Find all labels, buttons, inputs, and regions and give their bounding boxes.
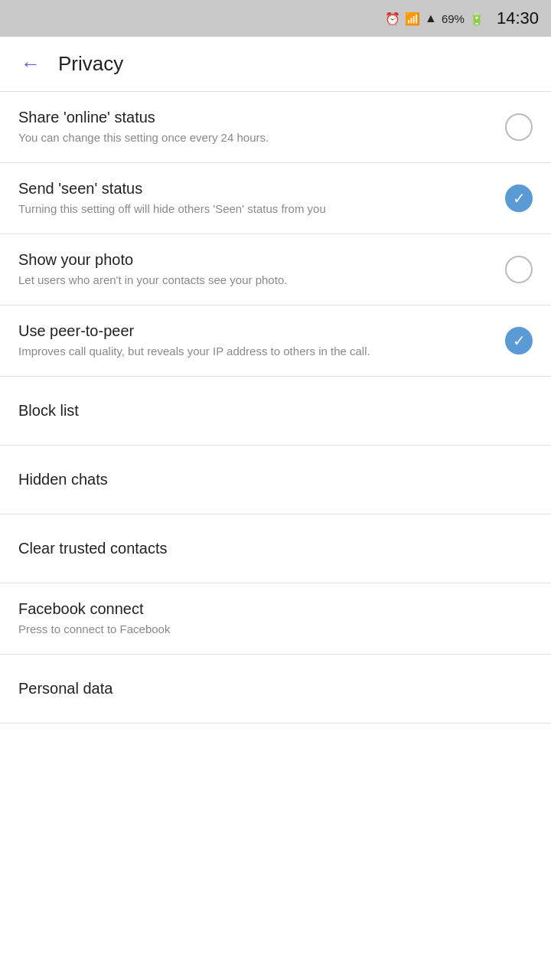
setting-send-seen-status[interactable]: Send 'seen' status Turning this setting … (0, 163, 551, 234)
setting-show-photo-desc: Let users who aren't in your contacts se… (18, 272, 493, 288)
checkmark-icon-2: ✓ (513, 333, 526, 348)
checkmark-icon: ✓ (513, 191, 526, 206)
setting-hidden-chats[interactable]: Hidden chats (0, 446, 551, 514)
toggle-share-online-status[interactable] (505, 113, 533, 141)
setting-send-seen-status-title: Send 'seen' status (18, 180, 493, 198)
setting-share-online-status-content: Share 'online' status You can change thi… (18, 109, 493, 145)
setting-facebook-connect-desc: Press to connect to Facebook (18, 621, 533, 637)
battery-level: 69% (442, 12, 465, 25)
status-time: 14:30 (497, 8, 539, 28)
setting-facebook-connect-title: Facebook connect (18, 600, 533, 618)
setting-show-photo-content: Show your photo Let users who aren't in … (18, 251, 493, 288)
setting-peer-to-peer-title: Use peer-to-peer (18, 322, 493, 340)
wifi-icon: 📶 (405, 11, 420, 26)
setting-peer-to-peer[interactable]: Use peer-to-peer Improves call quality, … (0, 305, 551, 377)
signal-icon: ▲ (425, 11, 437, 25)
setting-personal-data[interactable]: Personal data (0, 655, 551, 724)
status-bar: ⏰ 📶 ▲ 69% 🔋 14:30 (0, 0, 551, 37)
setting-block-list[interactable]: Block list (0, 377, 551, 446)
setting-show-photo-title: Show your photo (18, 251, 493, 269)
battery-icon: 🔋 (469, 11, 484, 26)
status-icons: ⏰ 📶 ▲ 69% 🔋 (385, 11, 484, 26)
setting-show-photo[interactable]: Show your photo Let users who aren't in … (0, 234, 551, 305)
clear-trusted-contacts-title: Clear trusted contacts (18, 540, 168, 557)
setting-send-seen-status-content: Send 'seen' status Turning this setting … (18, 180, 493, 217)
back-button[interactable]: ← (15, 49, 46, 80)
page-title: Privacy (58, 52, 123, 76)
settings-list: Share 'online' status You can change thi… (0, 92, 551, 724)
setting-peer-to-peer-desc: Improves call quality, but reveals your … (18, 343, 493, 359)
back-arrow-icon: ← (21, 52, 41, 76)
setting-send-seen-status-desc: Turning this setting off will hide other… (18, 201, 493, 217)
header: ← Privacy (0, 37, 551, 92)
setting-share-online-status-title: Share 'online' status (18, 109, 493, 126)
block-list-title: Block list (18, 402, 79, 420)
personal-data-title: Personal data (18, 680, 112, 697)
setting-peer-to-peer-content: Use peer-to-peer Improves call quality, … (18, 322, 493, 359)
hidden-chats-title: Hidden chats (18, 471, 108, 488)
toggle-peer-to-peer[interactable]: ✓ (505, 327, 533, 354)
setting-share-online-status[interactable]: Share 'online' status You can change thi… (0, 92, 551, 163)
toggle-show-photo[interactable] (505, 256, 533, 283)
setting-share-online-status-desc: You can change this setting once every 2… (18, 129, 493, 145)
toggle-send-seen-status[interactable]: ✓ (505, 185, 533, 212)
setting-facebook-connect-content: Facebook connect Press to connect to Fac… (18, 600, 533, 637)
setting-facebook-connect[interactable]: Facebook connect Press to connect to Fac… (0, 583, 551, 655)
setting-clear-trusted-contacts[interactable]: Clear trusted contacts (0, 514, 551, 583)
alarm-icon: ⏰ (385, 11, 400, 26)
